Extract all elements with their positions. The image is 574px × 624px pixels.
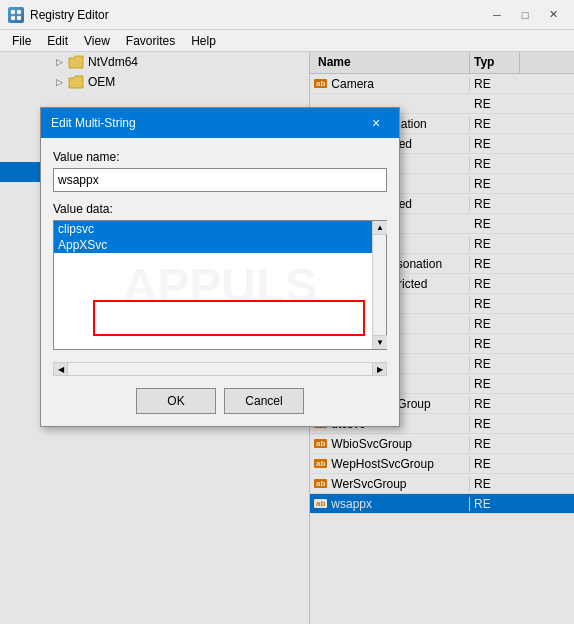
- folder-icon: [68, 75, 84, 89]
- value-type-wersvcgroup: RE: [470, 477, 520, 491]
- menu-view[interactable]: View: [76, 32, 118, 50]
- ok-button[interactable]: OK: [136, 388, 216, 414]
- value-type-blank2: RE: [470, 217, 520, 231]
- ab-icon: ab: [314, 79, 327, 88]
- value-data-textarea[interactable]: clipsvc AppXSvc: [54, 221, 372, 349]
- ab-icon: ab: [314, 439, 327, 448]
- value-type-termsvcs: RE: [470, 377, 520, 391]
- dialog-title-text: Edit Multi-String: [51, 116, 363, 130]
- value-type-andno: RE: [470, 117, 520, 131]
- menu-file[interactable]: File: [4, 32, 39, 50]
- value-row-wephostsvcgroup[interactable]: ab WepHostSvcGroup RE: [310, 454, 574, 474]
- horizontal-scrollbar[interactable]: ◀ ▶: [53, 362, 387, 376]
- folder-icon: [68, 55, 84, 69]
- value-type-nonetwork: RE: [470, 157, 520, 171]
- dialog-titlebar: Edit Multi-String ×: [41, 108, 399, 138]
- scrollbar-down-btn[interactable]: ▼: [373, 335, 387, 349]
- value-type-swprv: RE: [470, 357, 520, 371]
- value-type-wephostsvcgroup: RE: [470, 457, 520, 471]
- col-name: Name: [310, 52, 470, 73]
- value-type-smphost: RE: [470, 337, 520, 351]
- value-type-ice: RE: [470, 237, 520, 251]
- textarea-scrollbar: ▲ ▼: [372, 221, 386, 349]
- title-bar: Registry Editor ─ □ ✕: [0, 0, 574, 30]
- value-type-blank1: RE: [470, 97, 520, 111]
- value-name-wephostsvcgroup: ab WepHostSvcGroup: [310, 457, 470, 471]
- edit-multistring-dialog[interactable]: Edit Multi-String × Value name: Value da…: [40, 107, 400, 427]
- value-data-label: Value data:: [53, 202, 387, 216]
- value-type-utcsvc: RE: [470, 417, 520, 431]
- value-row-wbiosvcgroup[interactable]: ab WbioSvcGroup RE: [310, 434, 574, 454]
- expand-icon: ▷: [52, 75, 66, 89]
- dialog-body: Value name: Value data: clipsvc AppXSvc …: [41, 138, 399, 426]
- value-type-sdrsvc: RE: [470, 297, 520, 311]
- value-name-wsappx: ab wsappx: [310, 497, 470, 511]
- ab-icon: ab: [314, 459, 327, 468]
- scrollbar-up-btn[interactable]: ▲: [373, 221, 387, 235]
- tree-item-label: NtVdm64: [88, 55, 138, 69]
- menu-edit[interactable]: Edit: [39, 32, 76, 50]
- hscroll-left-btn[interactable]: ◀: [54, 363, 68, 375]
- ab-icon: ab: [314, 499, 327, 508]
- tree-item-label: OEM: [88, 75, 115, 89]
- expand-icon: ▷: [52, 55, 66, 69]
- value-row-wersvcgroup[interactable]: ab WerSvcGroup RE: [310, 474, 574, 494]
- ab-icon: ab: [314, 479, 327, 488]
- maximize-button[interactable]: □: [512, 5, 538, 25]
- value-type-iceandno: RE: [470, 257, 520, 271]
- menu-favorites[interactable]: Favorites: [118, 32, 183, 50]
- svg-rect-2: [11, 16, 15, 20]
- value-type-wbiosvcgroup: RE: [470, 437, 520, 451]
- values-header: Name Typ: [310, 52, 574, 74]
- value-type-peernet: RE: [470, 177, 520, 191]
- close-button[interactable]: ✕: [540, 5, 566, 25]
- value-name-wbiosvcgroup: ab WbioSvcGroup: [310, 437, 470, 451]
- value-type-icenetwork: RE: [470, 277, 520, 291]
- value-type-netrestr2: RE: [470, 197, 520, 211]
- svg-rect-1: [17, 10, 21, 14]
- svg-rect-0: [11, 10, 15, 14]
- value-row-camera[interactable]: ab Camera RE: [310, 74, 574, 94]
- tree-item-oem[interactable]: ▷ OEM: [0, 72, 309, 92]
- tree-item-ntvdm64[interactable]: ▷ NtVdm64: [0, 52, 309, 72]
- dialog-close-button[interactable]: ×: [363, 112, 389, 134]
- hscroll-right-btn[interactable]: ▶: [372, 363, 386, 375]
- value-type-smbsvcs: RE: [470, 317, 520, 331]
- value-name-label: Value name:: [53, 150, 387, 164]
- dialog-buttons: OK Cancel: [53, 388, 387, 414]
- value-name-input[interactable]: [53, 168, 387, 192]
- value-name-wersvcgroup: ab WerSvcGroup: [310, 477, 470, 491]
- main-area: ▷ NtVdm64 ▷ OEM ▷: [0, 52, 574, 624]
- value-type: RE: [470, 77, 520, 91]
- value-type-netrestr1: RE: [470, 137, 520, 151]
- col-type: Typ: [470, 52, 520, 73]
- svg-rect-3: [17, 16, 21, 20]
- value-row-wsappx[interactable]: ab wsappx RE: [310, 494, 574, 514]
- value-name-camera: ab Camera: [310, 77, 470, 91]
- title-controls: ─ □ ✕: [484, 5, 566, 25]
- app-icon: [8, 7, 24, 23]
- title-text: Registry Editor: [30, 8, 109, 22]
- value-type-wsappx: RE: [470, 497, 520, 511]
- menu-help[interactable]: Help: [183, 32, 224, 50]
- cancel-button[interactable]: Cancel: [224, 388, 304, 414]
- minimize-button[interactable]: ─: [484, 5, 510, 25]
- menu-bar: File Edit View Favorites Help: [0, 30, 574, 52]
- value-data-container: clipsvc AppXSvc clipsvc AppXSvc APPULS ▲…: [53, 220, 387, 350]
- value-type-unistacksvc: RE: [470, 397, 520, 411]
